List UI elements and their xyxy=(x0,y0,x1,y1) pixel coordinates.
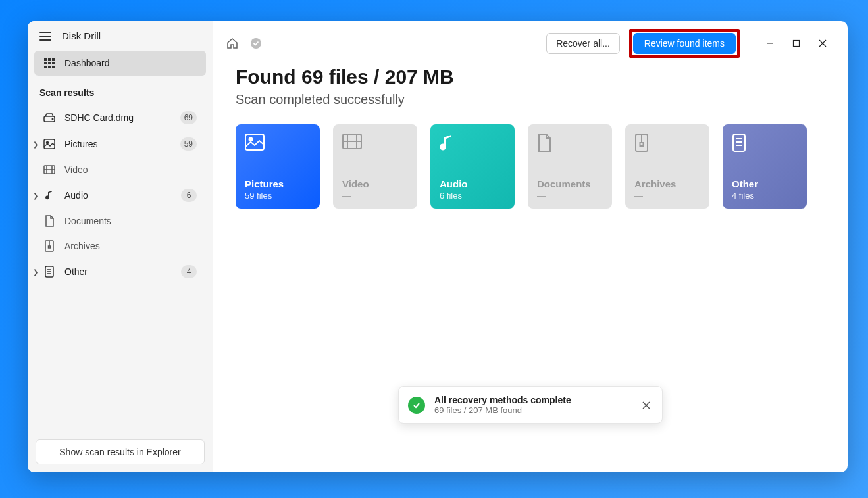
card-pictures[interactable]: Pictures 59 files xyxy=(236,124,320,209)
card-audio[interactable]: Audio 6 files xyxy=(430,124,515,209)
card-title: Documents xyxy=(537,178,603,189)
card-archives[interactable]: Archives — xyxy=(625,124,709,209)
card-sub: 4 files xyxy=(732,191,798,201)
card-video[interactable]: Video — xyxy=(333,124,417,209)
close-icon[interactable] xyxy=(640,399,653,412)
video-icon xyxy=(342,134,362,152)
card-title: Pictures xyxy=(245,178,311,189)
chevron-right-icon: ❯ xyxy=(33,141,38,148)
section-label: Scan results xyxy=(28,78,213,102)
svg-rect-26 xyxy=(794,41,800,47)
toast-text: All recovery methods complete 69 files /… xyxy=(434,395,571,415)
card-other[interactable]: Other 4 files xyxy=(723,124,807,209)
svg-rect-5 xyxy=(52,62,55,64)
sidebar-nav: Dashboard xyxy=(28,48,213,78)
app-title: Disk Drill xyxy=(62,30,101,41)
sidebar-item-drive[interactable]: SDHC Card.dmg 69 xyxy=(34,105,206,131)
annotation-highlight: Review found items xyxy=(629,29,740,58)
svg-rect-19 xyxy=(49,246,51,248)
sidebar-footer: Show scan results in Explorer xyxy=(28,432,213,472)
card-sub: — xyxy=(634,191,700,201)
sidebar-item-video[interactable]: Video xyxy=(34,157,206,182)
svg-point-10 xyxy=(52,118,53,120)
topbar: Recover all... Review found items xyxy=(213,21,848,62)
chevron-right-icon: ❯ xyxy=(33,268,38,276)
card-title: Other xyxy=(732,178,798,189)
chevron-right-icon: ❯ xyxy=(33,192,38,199)
show-in-explorer-button[interactable]: Show scan results in Explorer xyxy=(36,439,205,464)
check-badge-icon[interactable] xyxy=(249,36,263,51)
document-icon xyxy=(537,134,557,152)
svg-rect-7 xyxy=(48,66,51,68)
grid-icon xyxy=(43,57,55,69)
menu-icon[interactable] xyxy=(39,32,51,41)
other-icon xyxy=(43,266,55,278)
toast-title: All recovery methods complete xyxy=(434,395,571,405)
svg-rect-6 xyxy=(44,66,47,68)
maximize-icon[interactable] xyxy=(783,34,809,53)
music-icon xyxy=(43,189,55,201)
completion-toast: All recovery methods complete 69 files /… xyxy=(398,386,663,424)
nav-label: Audio xyxy=(64,190,172,201)
sidebar-item-archives[interactable]: Archives xyxy=(34,234,206,259)
close-icon[interactable] xyxy=(809,34,836,53)
svg-point-12 xyxy=(47,142,49,144)
main-panel: Recover all... Review found items Found … xyxy=(213,21,848,472)
nav-label: Dashboard xyxy=(64,58,197,68)
results-headline: Found 69 files / 207 MB xyxy=(236,66,825,88)
window-controls xyxy=(757,34,836,53)
archive-icon xyxy=(634,134,654,152)
recover-all-button[interactable]: Recover all... xyxy=(546,33,620,54)
card-documents[interactable]: Documents — xyxy=(528,124,612,209)
minimize-icon[interactable] xyxy=(757,34,783,53)
nav-count: 4 xyxy=(181,265,197,278)
nav-count: 59 xyxy=(180,137,197,151)
nav-count: 6 xyxy=(181,189,197,202)
svg-rect-37 xyxy=(640,143,644,146)
other-icon xyxy=(732,134,752,152)
nav-label: Pictures xyxy=(64,139,171,149)
success-check-icon xyxy=(408,397,425,414)
card-sub: 6 files xyxy=(440,191,505,201)
nav-dashboard[interactable]: Dashboard xyxy=(34,51,206,76)
svg-point-24 xyxy=(251,38,261,49)
results-subline: Scan completed successfully xyxy=(236,92,825,107)
video-icon xyxy=(43,164,55,176)
nav-label: Video xyxy=(64,164,197,175)
card-sub: — xyxy=(537,191,603,201)
sidebar-item-other[interactable]: ❯ Other 4 xyxy=(34,259,206,285)
svg-rect-2 xyxy=(52,58,55,61)
app-window: Disk Drill Dashboard Scan results SDHC C… xyxy=(28,21,848,472)
sidebar-item-audio[interactable]: ❯ Audio 6 xyxy=(34,182,206,209)
sidebar-item-pictures[interactable]: ❯ Pictures 59 xyxy=(34,131,206,157)
sidebar-item-documents[interactable]: Documents xyxy=(34,209,206,234)
category-cards: Pictures 59 files Video — Audio 6 files xyxy=(236,124,825,209)
scan-results-list: SDHC Card.dmg 69 ❯ Pictures 59 Video ❯ xyxy=(28,102,213,287)
card-sub: 59 files xyxy=(245,191,311,201)
content: Found 69 files / 207 MB Scan completed s… xyxy=(213,62,848,209)
sidebar-header: Disk Drill xyxy=(28,21,213,48)
toast-sub: 69 files / 207 MB found xyxy=(434,405,571,415)
image-icon xyxy=(245,134,265,152)
svg-rect-0 xyxy=(44,58,47,61)
card-title: Video xyxy=(342,178,408,189)
review-found-items-button[interactable]: Review found items xyxy=(633,33,736,54)
card-sub: — xyxy=(342,191,408,201)
nav-label: SDHC Card.dmg xyxy=(64,112,171,123)
card-title: Audio xyxy=(440,178,505,189)
drive-icon xyxy=(43,112,55,124)
svg-rect-1 xyxy=(48,58,51,61)
music-icon xyxy=(440,134,459,152)
nav-count: 69 xyxy=(180,111,197,124)
image-icon xyxy=(43,138,55,150)
document-icon xyxy=(43,215,55,227)
card-title: Archives xyxy=(634,178,700,189)
nav-label: Archives xyxy=(64,241,197,251)
svg-rect-4 xyxy=(48,62,51,64)
home-icon[interactable] xyxy=(225,36,240,51)
svg-point-30 xyxy=(249,138,253,141)
nav-label: Other xyxy=(64,266,172,277)
nav-label: Documents xyxy=(64,216,197,226)
svg-rect-3 xyxy=(44,62,47,64)
svg-rect-8 xyxy=(52,66,55,68)
